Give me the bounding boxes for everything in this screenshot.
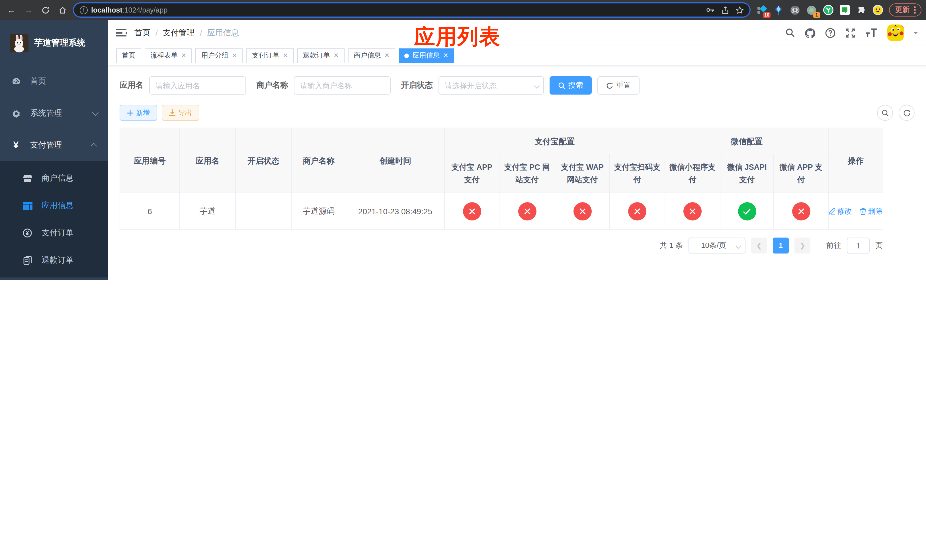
breadcrumb-home[interactable]: 首页	[135, 28, 150, 38]
browser-menu-icon[interactable]	[912, 6, 917, 14]
edit-link[interactable]: 修改	[829, 206, 852, 216]
export-button[interactable]: 导出	[162, 105, 199, 121]
extensions-puzzle-icon[interactable]	[855, 4, 867, 16]
cell-app-id: 6	[120, 193, 180, 229]
column-header: 支付宝 WAP 网站支付	[555, 154, 610, 193]
channel-status-icon	[463, 202, 481, 220]
merchant-name-input[interactable]	[294, 76, 391, 95]
search-button[interactable]: 搜索	[549, 76, 592, 95]
password-key-icon[interactable]	[706, 6, 715, 14]
app-table: 应用编号 应用名 开启状态 商户名称 创建时间 支付宝配置 微信配置 操作 支付…	[120, 128, 883, 230]
refresh-icon	[903, 109, 910, 117]
extension-tango-icon[interactable]: 10	[756, 4, 768, 16]
avatar-caret-icon[interactable]	[914, 32, 918, 36]
page-number-button[interactable]: 1	[773, 238, 789, 254]
breadcrumb-payment[interactable]: 支付管理	[163, 28, 195, 38]
sidebar-item-infrastructure[interactable]: 基础设施	[0, 277, 108, 280]
sidebar-item-payment[interactable]: ¥ 支付管理	[0, 129, 108, 161]
column-header: 微信 APP 支付	[774, 154, 828, 193]
sidebar-item-system[interactable]: 系统管理	[0, 97, 108, 129]
share-icon[interactable]	[722, 6, 729, 14]
sidebar-collapse-icon[interactable]	[116, 29, 126, 37]
sidebar-item-home[interactable]: 首页	[0, 65, 108, 97]
help-icon[interactable]	[825, 28, 835, 38]
github-icon[interactable]	[805, 28, 816, 38]
toggle-search-button[interactable]	[877, 105, 893, 121]
extension-yudao-icon[interactable]	[822, 4, 834, 16]
status-select[interactable]	[439, 76, 544, 95]
tag-refund-order[interactable]: 退款订单✕	[297, 48, 344, 63]
table-toolbar: 新增 导出	[120, 105, 915, 121]
sidebar-item-merchant-info[interactable]: 商户信息	[0, 165, 108, 192]
page-size-select[interactable]	[688, 238, 746, 254]
app-name-input[interactable]	[149, 76, 246, 95]
sidebar-item-label: 首页	[30, 76, 97, 86]
cell-app-name: 芋道	[180, 193, 236, 229]
extension-kite-icon[interactable]	[773, 4, 784, 16]
app-name-label: 应用名	[120, 80, 144, 91]
prev-page-button[interactable]: ❮	[751, 238, 767, 254]
breadcrumb-current: 应用信息	[207, 28, 239, 38]
goto-page-input[interactable]	[847, 238, 870, 254]
table-row: 6 芋道 芋道源码 2021-10-23 08:49:25	[120, 193, 883, 229]
add-button[interactable]: 新增	[120, 105, 157, 121]
browser-forward-button[interactable]: →	[22, 3, 35, 17]
search-icon[interactable]	[785, 28, 795, 38]
extension-chat-icon[interactable]	[839, 4, 850, 16]
close-icon[interactable]: ✕	[443, 52, 448, 59]
extension-recorder-icon[interactable]: 1	[806, 4, 817, 16]
column-header: 支付宝 PC 网站支付	[499, 154, 555, 193]
app-logo: 芋道管理系统	[0, 20, 108, 65]
site-info-icon[interactable]: i	[80, 6, 88, 14]
browser-home-button[interactable]	[56, 3, 70, 17]
close-icon[interactable]: ✕	[333, 52, 339, 59]
extension-command-icon[interactable]	[789, 4, 801, 16]
status-select-input[interactable]	[439, 76, 544, 95]
sidebar-item-label: 商户信息	[42, 173, 97, 183]
browser-back-button[interactable]: ←	[5, 3, 18, 17]
tag-pay-order[interactable]: 支付订单✕	[246, 48, 294, 63]
browser-update-button[interactable]: 更新	[889, 3, 921, 17]
bookmark-star-icon[interactable]	[736, 6, 744, 14]
search-form: 应用名 商户名称 开启状态 搜索	[120, 76, 915, 95]
sidebar-item-label: 退款订单	[42, 255, 97, 265]
reset-button[interactable]: 重置	[598, 76, 640, 95]
extension-badge: 1	[813, 12, 820, 18]
close-icon[interactable]: ✕	[232, 52, 237, 59]
group-header-alipay: 支付宝配置	[445, 128, 665, 154]
green-y-icon	[823, 5, 834, 15]
column-header: 微信 JSAPI 支付	[720, 154, 774, 193]
sidebar-item-refund-order[interactable]: 退款订单	[0, 247, 108, 274]
sidebar-item-label: 系统管理	[30, 108, 83, 118]
next-page-button[interactable]: ❯	[794, 238, 810, 254]
top-header: 首页 / 支付管理 / 应用信息 应用列表	[108, 20, 926, 45]
sidebar-item-app-info[interactable]: 应用信息	[0, 192, 108, 219]
sidebar-item-pay-order[interactable]: 支付订单	[0, 219, 108, 247]
chevron-up-icon	[91, 143, 97, 150]
browser-profile-avatar[interactable]	[872, 4, 883, 16]
page-title-annotation: 应用列表	[414, 23, 501, 51]
sidebar-item-label: 支付管理	[30, 140, 83, 150]
address-bar[interactable]: i localhost:1024/pay/app	[73, 2, 750, 18]
page-size-value[interactable]	[688, 238, 746, 254]
browser-reload-button[interactable]	[39, 3, 52, 17]
tag-home[interactable]: 首页	[116, 48, 141, 63]
refresh-table-button[interactable]	[899, 105, 915, 121]
payment-submenu: 商户信息 应用信息	[0, 161, 108, 277]
column-header-actions: 操作	[828, 128, 883, 193]
tag-merchant-info[interactable]: 商户信息✕	[348, 48, 395, 63]
storefront-icon	[22, 174, 32, 183]
search-icon	[881, 109, 889, 117]
puzzle-icon	[856, 5, 866, 15]
close-icon[interactable]: ✕	[181, 52, 186, 59]
tag-user-group[interactable]: 用户分组✕	[195, 48, 243, 63]
tag-process-form[interactable]: 流程表单✕	[145, 48, 192, 63]
coin-yen-icon	[22, 229, 32, 238]
delete-link[interactable]: 删除	[860, 206, 883, 216]
user-avatar[interactable]	[887, 24, 904, 41]
close-icon[interactable]: ✕	[384, 52, 390, 59]
tags-view-bar: 首页 流程表单✕ 用户分组✕ 支付订单✕ 退款订单✕ 商户信息✕	[108, 45, 926, 66]
close-icon[interactable]: ✕	[283, 52, 288, 59]
fullscreen-icon[interactable]	[845, 28, 855, 38]
font-size-icon[interactable]	[865, 28, 878, 37]
